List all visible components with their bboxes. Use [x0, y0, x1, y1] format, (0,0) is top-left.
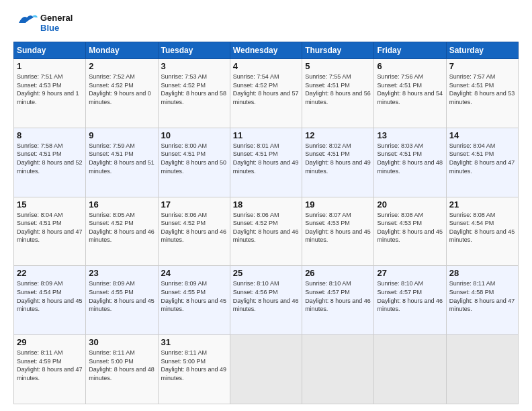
week-row-1: 1 Sunrise: 7:51 AMSunset: 4:53 PMDayligh… — [14, 59, 519, 128]
cell-5-4 — [302, 335, 374, 404]
day-number: 31 — [161, 337, 227, 347]
day-info: Sunrise: 8:10 AMSunset: 4:57 PMDaylight:… — [377, 280, 443, 312]
day-info: Sunrise: 7:51 AMSunset: 4:53 PMDaylight:… — [17, 73, 79, 105]
cell-1-2: 3 Sunrise: 7:53 AMSunset: 4:52 PMDayligh… — [158, 59, 230, 128]
day-info: Sunrise: 8:11 AMSunset: 4:58 PMDaylight:… — [449, 280, 515, 312]
day-info: Sunrise: 8:11 AMSunset: 5:00 PMDaylight:… — [89, 349, 154, 381]
day-number: 23 — [89, 268, 154, 278]
cell-2-5: 13 Sunrise: 8:03 AMSunset: 4:51 PMDaylig… — [374, 128, 446, 197]
cell-3-5: 20 Sunrise: 8:08 AMSunset: 4:53 PMDaylig… — [374, 197, 446, 266]
day-number: 8 — [17, 130, 83, 140]
day-info: Sunrise: 8:04 AMSunset: 4:51 PMDaylight:… — [449, 142, 515, 175]
cell-2-1: 9 Sunrise: 7:59 AMSunset: 4:51 PMDayligh… — [86, 128, 158, 197]
day-number: 20 — [377, 199, 443, 210]
day-info: Sunrise: 8:01 AMSunset: 4:51 PMDaylight:… — [233, 142, 299, 175]
day-number: 2 — [89, 61, 154, 71]
header-thursday: Thursday — [302, 42, 374, 59]
cell-3-3: 18 Sunrise: 8:06 AMSunset: 4:52 PMDaylig… — [230, 197, 302, 266]
cell-2-0: 8 Sunrise: 7:58 AMSunset: 4:51 PMDayligh… — [14, 128, 86, 197]
day-number: 14 — [449, 130, 515, 140]
cell-5-1: 30 Sunrise: 8:11 AMSunset: 5:00 PMDaylig… — [86, 335, 158, 404]
week-row-5: 29 Sunrise: 8:11 AMSunset: 4:59 PMDaylig… — [14, 335, 519, 404]
cell-4-6: 28 Sunrise: 8:11 AMSunset: 4:58 PMDaylig… — [446, 266, 518, 335]
cell-3-1: 16 Sunrise: 8:05 AMSunset: 4:52 PMDaylig… — [86, 197, 158, 266]
day-info: Sunrise: 7:52 AMSunset: 4:52 PMDaylight:… — [89, 73, 151, 105]
day-info: Sunrise: 8:05 AMSunset: 4:52 PMDaylight:… — [89, 212, 154, 244]
day-info: Sunrise: 8:10 AMSunset: 4:57 PMDaylight:… — [305, 280, 371, 312]
cell-3-0: 15 Sunrise: 8:04 AMSunset: 4:51 PMDaylig… — [14, 197, 86, 266]
header: GeneralBlue — [13, 11, 519, 35]
logo-wrapper: GeneralBlue — [13, 11, 73, 35]
day-info: Sunrise: 8:11 AMSunset: 5:00 PMDaylight:… — [161, 349, 227, 381]
day-number: 3 — [161, 61, 227, 71]
cell-5-2: 31 Sunrise: 8:11 AMSunset: 5:00 PMDaylig… — [158, 335, 230, 404]
day-info: Sunrise: 7:59 AMSunset: 4:51 PMDaylight:… — [89, 142, 154, 175]
day-info: Sunrise: 7:58 AMSunset: 4:51 PMDaylight:… — [17, 142, 83, 175]
header-friday: Friday — [374, 42, 446, 59]
day-info: Sunrise: 8:11 AMSunset: 4:59 PMDaylight:… — [17, 349, 83, 381]
week-row-3: 15 Sunrise: 8:04 AMSunset: 4:51 PMDaylig… — [14, 197, 519, 266]
day-number: 22 — [17, 268, 83, 278]
cell-5-5 — [374, 335, 446, 404]
calendar-table: SundayMondayTuesdayWednesdayThursdayFrid… — [13, 42, 519, 404]
day-info: Sunrise: 8:09 AMSunset: 4:55 PMDaylight:… — [161, 280, 227, 312]
cell-3-2: 17 Sunrise: 8:06 AMSunset: 4:52 PMDaylig… — [158, 197, 230, 266]
cell-4-0: 22 Sunrise: 8:09 AMSunset: 4:54 PMDaylig… — [14, 266, 86, 335]
day-number: 28 — [449, 268, 515, 278]
day-info: Sunrise: 7:55 AMSunset: 4:51 PMDaylight:… — [305, 73, 371, 105]
day-info: Sunrise: 8:04 AMSunset: 4:51 PMDaylight:… — [17, 212, 83, 244]
day-number: 25 — [233, 268, 299, 278]
day-info: Sunrise: 8:10 AMSunset: 4:56 PMDaylight:… — [233, 280, 299, 312]
day-info: Sunrise: 7:54 AMSunset: 4:52 PMDaylight:… — [233, 73, 299, 105]
header-saturday: Saturday — [446, 42, 518, 59]
day-number: 9 — [89, 130, 154, 140]
day-number: 4 — [233, 61, 299, 71]
cell-3-4: 19 Sunrise: 8:07 AMSunset: 4:53 PMDaylig… — [302, 197, 374, 266]
day-number: 10 — [161, 130, 227, 140]
cell-3-6: 21 Sunrise: 8:08 AMSunset: 4:54 PMDaylig… — [446, 197, 518, 266]
header-sunday: Sunday — [14, 42, 86, 59]
day-number: 5 — [305, 61, 371, 71]
day-number: 1 — [17, 61, 83, 71]
day-number: 12 — [305, 130, 371, 140]
day-info: Sunrise: 8:09 AMSunset: 4:54 PMDaylight:… — [17, 280, 83, 312]
day-number: 16 — [89, 199, 154, 210]
day-info: Sunrise: 8:06 AMSunset: 4:52 PMDaylight:… — [161, 212, 227, 244]
cell-4-5: 27 Sunrise: 8:10 AMSunset: 4:57 PMDaylig… — [374, 266, 446, 335]
day-number: 30 — [89, 337, 154, 347]
day-number: 21 — [449, 199, 515, 210]
day-number: 11 — [233, 130, 299, 140]
cell-2-6: 14 Sunrise: 8:04 AMSunset: 4:51 PMDaylig… — [446, 128, 518, 197]
week-row-2: 8 Sunrise: 7:58 AMSunset: 4:51 PMDayligh… — [14, 128, 519, 197]
cell-1-3: 4 Sunrise: 7:54 AMSunset: 4:52 PMDayligh… — [230, 59, 302, 128]
day-number: 27 — [377, 268, 443, 278]
logo-blue-text: Blue — [40, 23, 73, 33]
day-info: Sunrise: 8:06 AMSunset: 4:52 PMDaylight:… — [233, 212, 299, 244]
cell-2-2: 10 Sunrise: 8:00 AMSunset: 4:51 PMDaylig… — [158, 128, 230, 197]
cell-4-2: 24 Sunrise: 8:09 AMSunset: 4:55 PMDaylig… — [158, 266, 230, 335]
calendar-header: SundayMondayTuesdayWednesdayThursdayFrid… — [14, 42, 519, 59]
cell-2-4: 12 Sunrise: 8:02 AMSunset: 4:51 PMDaylig… — [302, 128, 374, 197]
logo-bird-icon — [13, 11, 38, 35]
day-info: Sunrise: 8:03 AMSunset: 4:51 PMDaylight:… — [377, 142, 443, 175]
day-number: 19 — [305, 199, 371, 210]
day-info: Sunrise: 8:08 AMSunset: 4:53 PMDaylight:… — [377, 212, 443, 244]
cell-5-3 — [230, 335, 302, 404]
day-number: 18 — [233, 199, 299, 210]
logo-text: GeneralBlue — [40, 13, 73, 33]
day-number: 13 — [377, 130, 443, 140]
logo: GeneralBlue — [13, 11, 73, 35]
day-info: Sunrise: 7:57 AMSunset: 4:51 PMDaylight:… — [449, 73, 515, 105]
day-number: 7 — [449, 61, 515, 71]
day-info: Sunrise: 8:02 AMSunset: 4:51 PMDaylight:… — [305, 142, 371, 175]
header-tuesday: Tuesday — [158, 42, 230, 59]
day-number: 26 — [305, 268, 371, 278]
cell-4-4: 26 Sunrise: 8:10 AMSunset: 4:57 PMDaylig… — [302, 266, 374, 335]
day-info: Sunrise: 8:07 AMSunset: 4:53 PMDaylight:… — [305, 212, 371, 244]
day-info: Sunrise: 7:56 AMSunset: 4:51 PMDaylight:… — [377, 73, 443, 105]
header-monday: Monday — [86, 42, 158, 59]
header-wednesday: Wednesday — [230, 42, 302, 59]
cell-1-0: 1 Sunrise: 7:51 AMSunset: 4:53 PMDayligh… — [14, 59, 86, 128]
cell-1-4: 5 Sunrise: 7:55 AMSunset: 4:51 PMDayligh… — [302, 59, 374, 128]
cell-1-5: 6 Sunrise: 7:56 AMSunset: 4:51 PMDayligh… — [374, 59, 446, 128]
